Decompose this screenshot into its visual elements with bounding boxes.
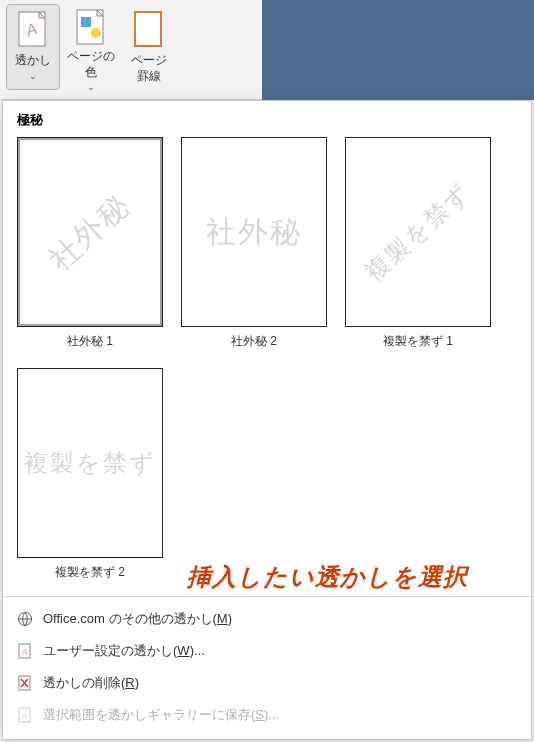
menu-save-to-gallery: A 選択範囲を透かしギャラリーに保存(S)... bbox=[3, 699, 531, 731]
menu-label: ユーザー設定の透かし(W)... bbox=[43, 642, 205, 660]
chevron-down-icon: ⌄ bbox=[87, 82, 95, 94]
menu-custom-watermark[interactable]: A ユーザー設定の透かし(W)... bbox=[3, 635, 531, 667]
gallery-scroll-area[interactable]: 極秘 社外秘 社外秘 1 社外秘 社外秘 2 複製を禁ず 複製を禁ず 1 bbox=[3, 101, 531, 596]
menu-label: 透かしの削除(R) bbox=[43, 674, 139, 692]
thumb-label: 社外秘 1 bbox=[67, 333, 113, 350]
watermark-preview-text: 複製を禁ず bbox=[358, 176, 478, 288]
thumb-preview: 複製を禁ず bbox=[345, 137, 491, 327]
thumb-preview: 社外秘 bbox=[181, 137, 327, 327]
watermark-label: 透かし bbox=[15, 53, 51, 69]
watermark-thumb[interactable]: 複製を禁ず 複製を禁ず 2 bbox=[17, 368, 163, 581]
page-borders-label: ページ 罫線 bbox=[131, 53, 167, 84]
watermark-button[interactable]: A 透かし ⌄ bbox=[6, 4, 60, 90]
svg-text:A: A bbox=[20, 647, 27, 657]
svg-rect-5 bbox=[135, 12, 161, 46]
section-title: 極秘 bbox=[17, 111, 517, 129]
page-borders-icon bbox=[132, 9, 166, 49]
svg-point-4 bbox=[91, 28, 101, 38]
watermark-preview-text: 複製を禁ず bbox=[24, 447, 156, 479]
watermark-preview-text: 社外秘 bbox=[206, 212, 302, 253]
menu-label: Office.com のその他の透かし(M) bbox=[43, 610, 232, 628]
page-x-icon bbox=[17, 675, 33, 691]
page-a-icon: A bbox=[17, 643, 33, 659]
thumb-label: 社外秘 2 bbox=[231, 333, 277, 350]
chevron-down-icon: ⌄ bbox=[29, 71, 37, 83]
thumb-preview: 社外秘 bbox=[17, 137, 163, 327]
page-borders-button[interactable]: ページ 罫線 bbox=[122, 4, 176, 90]
page-color-button[interactable]: ページの 色 ⌄ bbox=[64, 4, 118, 90]
thumb-label: 複製を禁ず 1 bbox=[383, 333, 453, 350]
document-background bbox=[262, 0, 534, 100]
page-background-group: A 透かし ⌄ ページの 色 ⌄ bbox=[6, 4, 188, 90]
gallery-menu: Office.com のその他の透かし(M) A ユーザー設定の透かし(W)..… bbox=[3, 596, 531, 739]
svg-text:A: A bbox=[20, 711, 27, 721]
globe-icon bbox=[17, 611, 33, 627]
page-color-label: ページの 色 bbox=[67, 49, 115, 80]
watermark-thumb[interactable]: 複製を禁ず 複製を禁ず 1 bbox=[345, 137, 491, 350]
svg-rect-3 bbox=[81, 17, 91, 27]
page-color-icon bbox=[74, 9, 108, 45]
watermark-icon: A bbox=[16, 9, 50, 49]
ribbon: A 透かし ⌄ ページの 色 ⌄ bbox=[0, 0, 534, 100]
page-save-icon: A bbox=[17, 707, 33, 723]
watermark-thumb[interactable]: 社外秘 社外秘 2 bbox=[181, 137, 327, 350]
watermark-preview-text: 社外秘 bbox=[41, 185, 140, 280]
thumb-preview: 複製を禁ず bbox=[17, 368, 163, 558]
menu-label: 選択範囲を透かしギャラリーに保存(S)... bbox=[43, 706, 279, 724]
gallery-grid: 社外秘 社外秘 1 社外秘 社外秘 2 複製を禁ず 複製を禁ず 1 複製を禁ず bbox=[17, 137, 517, 581]
menu-office-more[interactable]: Office.com のその他の透かし(M) bbox=[3, 603, 531, 635]
watermark-thumb[interactable]: 社外秘 社外秘 1 bbox=[17, 137, 163, 350]
watermark-gallery-panel: 極秘 社外秘 社外秘 1 社外秘 社外秘 2 複製を禁ず 複製を禁ず 1 bbox=[2, 100, 532, 740]
thumb-label: 複製を禁ず 2 bbox=[55, 564, 125, 581]
menu-remove-watermark[interactable]: 透かしの削除(R) bbox=[3, 667, 531, 699]
